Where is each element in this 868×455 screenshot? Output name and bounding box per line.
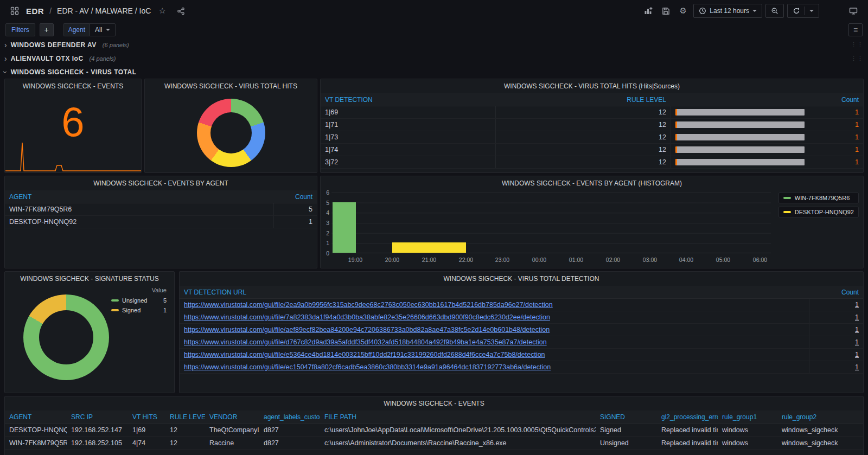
legend-label: WIN-7FK8M79Q5R6 (795, 195, 850, 201)
dashboard-folder[interactable]: EDR (26, 7, 44, 16)
apps-grid-icon[interactable] (8, 4, 22, 18)
panel-title[interactable]: WINDOWS SIGCHECK - EVENTS BY AGENT (HIST… (321, 176, 863, 190)
refresh-button[interactable] (787, 4, 819, 18)
table-row: DESKTOP-HNQNQ92 192.168.252.147 1|69 12 … (5, 424, 863, 437)
dashboard-settings-gear-icon[interactable]: ⚙ (676, 4, 690, 18)
column-header-rule-level[interactable]: RULE LEVEL (495, 96, 671, 104)
favorite-star-icon[interactable]: ☆ (155, 4, 169, 18)
count-value: 1 (855, 133, 859, 141)
count-value: 1 (855, 121, 859, 129)
panel-title[interactable]: WINDOWS SIGCHECK - EVENTS (5, 396, 863, 411)
cell-count[interactable]: 1 (809, 311, 863, 323)
cell-count[interactable]: 1 (809, 324, 863, 336)
panel-virus-total-hits-table: WINDOWS SIGCHECK - VIRUS TOTAL HITS (Hit… (320, 79, 864, 173)
row-drag-handle[interactable]: ⋮⋮ (851, 41, 864, 48)
column-header-agent-labels-customer[interactable]: agent_labels_customer (259, 411, 320, 423)
vt-detection-link[interactable]: https://www.virustotal.com/gui/file/2ea9… (184, 301, 553, 309)
legend-value: 1 (163, 307, 167, 313)
row-title: WINDOWS DEFENDER AV (11, 41, 97, 49)
chevron-right-icon: › (4, 41, 7, 49)
cell-count: 1 (273, 216, 317, 228)
panel-title[interactable]: WINDOWS SIGCHECK - EVENTS (5, 79, 141, 93)
column-header-count[interactable]: Count (809, 289, 863, 296)
column-header-count[interactable]: Count (671, 96, 863, 104)
column-header-rule-group2[interactable]: rule_group2 (777, 411, 863, 423)
cell-detection: 1|74 (321, 146, 495, 153)
vt-detection-link[interactable]: https://www.virustotal.com/gui/file/7a82… (184, 313, 550, 321)
panel-title[interactable]: WINDOWS SIGCHECK - VIRUS TOTAL HITS (145, 79, 317, 93)
variable-value-dropdown[interactable]: All (90, 23, 116, 36)
cell-count-gauge: 1 (671, 144, 863, 156)
cell-count[interactable]: 1 (809, 336, 863, 348)
save-dashboard-icon[interactable] (659, 4, 673, 18)
legend-item[interactable]: Signed 1 (111, 307, 167, 313)
column-header-vt-detection-url[interactable]: VT DETECTION URL (180, 289, 809, 296)
cell-count[interactable]: 1 (809, 361, 863, 373)
panel-title[interactable]: WINDOWS SIGCHECK - VIRUS TOTAL DETECTION (180, 272, 863, 286)
time-range-picker[interactable]: Last 12 hours (693, 4, 762, 18)
column-header-vt-hits[interactable]: VT HITS (128, 411, 165, 423)
column-header-gl2-processing-error[interactable]: gl2_processing_error (657, 411, 718, 423)
panel-list-menu-button[interactable]: ≡ (848, 23, 863, 36)
column-header-agent[interactable]: AGENT (5, 193, 273, 201)
panel-title[interactable]: WINDOWS SIGCHECK - SIGNATURE STATUS (5, 272, 174, 286)
stat-sparkline (5, 140, 142, 172)
vt-detection-link[interactable]: https://www.virustotal.com/gui/file/d767… (184, 338, 547, 346)
kiosk-mode-monitor-icon[interactable] (846, 4, 860, 18)
table-row: 3|72 12 1 (321, 156, 863, 169)
table-row: https://www.virustotal.com/gui/file/7a82… (180, 311, 863, 324)
bar-desktop-hnqnq92 (392, 242, 466, 253)
legend-swatch (111, 309, 119, 311)
histogram-plot-area (331, 193, 771, 253)
vt-detection-link[interactable]: https://www.virustotal.com/gui/file/aef8… (184, 326, 550, 334)
cell-customer: d827 (259, 437, 320, 449)
grafana-dashboard: EDR / EDR - AV / MALWARE / IoC ☆ (0, 0, 868, 455)
table-row: WIN-7FK8M79Q5R6 5 (5, 203, 317, 216)
panel-title[interactable]: WINDOWS SIGCHECK - VIRUS TOTAL HITS (Hit… (321, 79, 863, 93)
filters-button[interactable]: Filters (5, 23, 35, 36)
cell-src-ip: 192.168.252.147 (67, 424, 128, 436)
cell-agent: WIN-7FK8M79Q5R6 (5, 206, 273, 213)
x-axis-labels: 19:00 20:00 21:00 22:00 23:00 00:00 01:0… (331, 257, 771, 264)
cell-count[interactable]: 1 (809, 349, 863, 361)
add-filter-button[interactable]: + (40, 23, 54, 36)
row-drag-handle[interactable]: ⋮⋮ (851, 55, 864, 62)
vt-detection-link[interactable]: https://www.virustotal.com/gui/file/e536… (184, 351, 545, 358)
legend-item[interactable]: DESKTOP-HNQNQ92 (778, 207, 859, 217)
row-alienvault-otx-ioc[interactable]: › ALIENVAULT OTX IoC (4 panels) ⋮⋮ (0, 52, 868, 65)
variable-label: Agent (63, 23, 90, 36)
cell-customer: d827 (259, 424, 320, 436)
column-header-vendor[interactable]: VENDOR (205, 411, 259, 423)
signature-status-donut-chart (23, 294, 109, 380)
refresh-icon (793, 7, 800, 15)
row-windows-defender-av[interactable]: › WINDOWS DEFENDER AV (6 panels) ⋮⋮ (0, 38, 868, 52)
zoom-out-button[interactable] (765, 4, 784, 18)
count-bar-gauge (675, 159, 805, 165)
breadcrumb[interactable]: EDR - AV / MALWARE / IoC (57, 7, 151, 15)
cell-count-gauge: 1 (671, 131, 863, 143)
legend-item[interactable]: Unsigned 5 (111, 297, 167, 304)
cell-rule-level: 12 (165, 437, 205, 449)
column-header-src-ip[interactable]: SRC IP (67, 411, 128, 423)
table-row: https://www.virustotal.com/gui/file/d767… (180, 336, 863, 349)
cell-agent: DESKTOP-HNQNQ92 (5, 424, 67, 436)
column-header-rule-level[interactable]: RULE LEVEL (165, 411, 205, 423)
add-panel-icon[interactable] (641, 4, 655, 18)
panel-title[interactable]: WINDOWS SIGCHECK - EVENTS BY AGENT (5, 176, 317, 190)
column-header-agent[interactable]: AGENT (5, 411, 67, 423)
top-navbar: EDR / EDR - AV / MALWARE / IoC ☆ (0, 0, 868, 22)
cell-count[interactable]: 1 (809, 299, 863, 311)
row-windows-sigcheck-virus-total[interactable]: › WINDOWS SIGCHECK - VIRUS TOTAL (0, 65, 868, 79)
column-header-count[interactable]: Count (273, 193, 317, 201)
column-header-vt-detection[interactable]: VT DETECTION (321, 96, 495, 104)
legend-item[interactable]: WIN-7FK8M79Q5R6 (778, 193, 859, 203)
column-header-file-path[interactable]: FILE PATH (320, 411, 596, 423)
column-header-signed[interactable]: SIGNED (596, 411, 657, 423)
signature-legend: Value Unsigned 5 Signed 1 (111, 287, 167, 317)
column-header-rule-group1[interactable]: rule_group1 (718, 411, 777, 423)
vt-detection-link[interactable]: https://www.virustotal.com/gui/file/ec15… (184, 363, 551, 371)
legend-swatch (783, 197, 791, 199)
table-row: 1|71 12 1 (321, 119, 863, 131)
table-row: https://www.virustotal.com/gui/file/aef8… (180, 324, 863, 336)
share-icon[interactable] (174, 4, 188, 18)
